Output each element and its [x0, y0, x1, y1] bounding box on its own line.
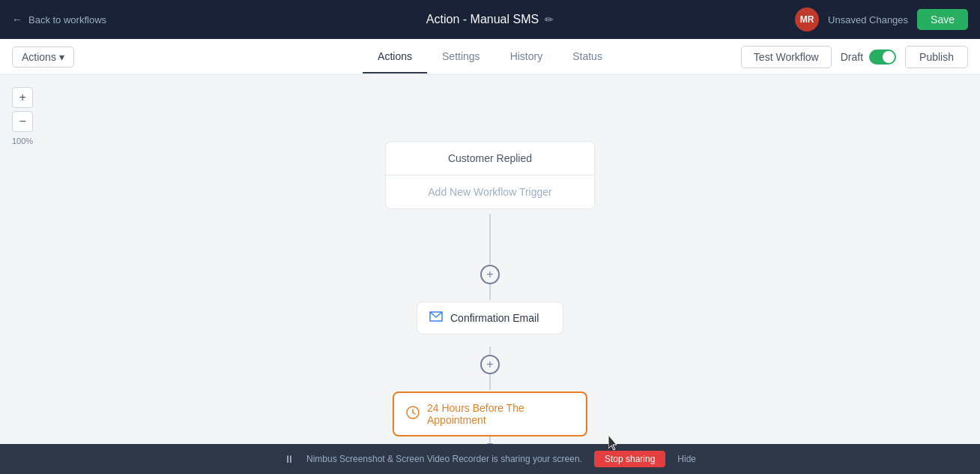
confirmation-email-label: Confirmation Email — [450, 312, 539, 324]
test-workflow-button[interactable]: Test Workflow — [741, 46, 832, 68]
sharing-bar-text: Nimbus Screenshot & Screen Video Recorde… — [306, 454, 582, 464]
back-label: Back to workflows — [28, 14, 106, 26]
publish-button[interactable]: Publish — [905, 46, 968, 68]
add-trigger-button[interactable]: Add New Workflow Trigger — [386, 176, 594, 208]
zoom-in-button[interactable]: + — [12, 87, 33, 108]
workflow-title: Action - Manual SMS — [426, 13, 539, 26]
trigger-customer-replied[interactable]: Customer Replied — [386, 142, 594, 176]
sub-nav: Actions ▾ Actions Settings History Statu… — [0, 39, 980, 75]
tab-history[interactable]: History — [495, 40, 558, 74]
stop-sharing-button[interactable]: Stop sharing — [594, 451, 665, 467]
nav-right: Test Workflow Draft Publish — [741, 46, 968, 68]
back-arrow-icon: ← — [12, 14, 22, 26]
actions-dropdown[interactable]: Actions ▾ — [12, 46, 74, 68]
hide-button[interactable]: Hide — [677, 454, 696, 464]
draft-toggle-area: Draft — [841, 50, 896, 64]
workflow-canvas-area: + − 100% Customer Replied Add New Workfl… — [0, 75, 980, 474]
zoom-controls: + − 100% — [12, 87, 33, 146]
save-button[interactable]: Save — [917, 9, 968, 30]
add-node-button-2[interactable]: + — [480, 355, 500, 374]
tab-actions[interactable]: Actions — [363, 40, 427, 74]
unsaved-changes-label: Unsaved Changes — [828, 14, 908, 26]
avatar: MR — [795, 8, 819, 32]
tab-status[interactable]: Status — [557, 40, 617, 74]
top-bar-right: MR Unsaved Changes Save — [795, 8, 968, 32]
sharing-pause-icon: ⏸ — [284, 453, 294, 465]
zoom-level: 100% — [12, 136, 33, 146]
zoom-out-button[interactable]: − — [12, 111, 33, 132]
draft-label: Draft — [841, 51, 863, 63]
timer-node[interactable]: 24 Hours Before The Appointment — [393, 392, 587, 436]
timer-label: 24 Hours Before The Appointment — [427, 402, 574, 426]
sharing-bar: ⏸ Nimbus Screenshot & Screen Video Recor… — [0, 444, 980, 474]
toggle-knob — [883, 51, 895, 63]
email-icon — [429, 311, 443, 325]
nav-tabs: Actions Settings History Status — [363, 40, 617, 74]
clock-icon — [406, 406, 420, 422]
back-to-workflows[interactable]: ← Back to workflows — [12, 14, 106, 26]
add-node-button-1[interactable]: + — [480, 265, 500, 284]
trigger-label: Customer Replied — [448, 152, 532, 164]
chevron-down-icon: ▾ — [59, 51, 64, 63]
confirmation-email-node[interactable]: Confirmation Email — [417, 302, 563, 334]
actions-label: Actions — [22, 51, 56, 63]
workflow-title-area: Action - Manual SMS ✏ — [426, 13, 554, 26]
add-trigger-label: Add New Workflow Trigger — [428, 186, 551, 198]
draft-toggle-switch[interactable] — [869, 50, 896, 64]
tab-settings[interactable]: Settings — [427, 40, 495, 74]
top-bar: ← Back to workflows Action - Manual SMS … — [0, 0, 980, 39]
trigger-block: Customer Replied Add New Workflow Trigge… — [385, 141, 595, 209]
edit-title-icon[interactable]: ✏ — [545, 14, 554, 26]
